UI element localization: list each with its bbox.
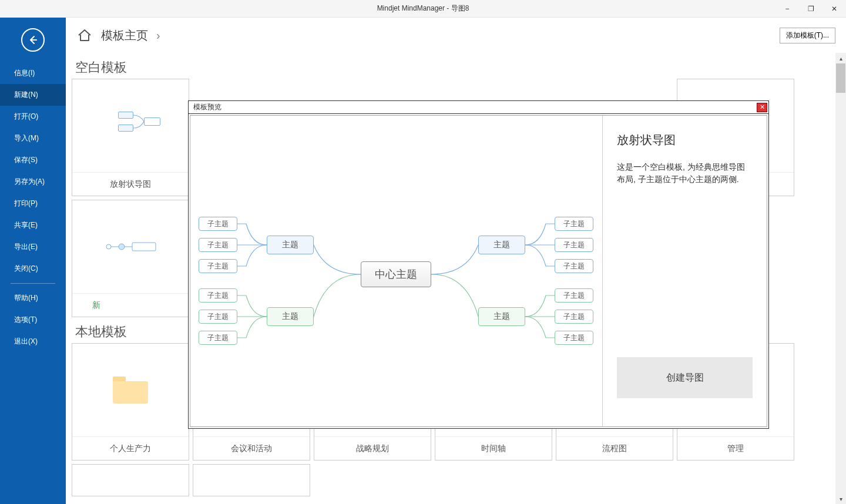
sidebar-item-info[interactable]: 信息(I) [0,62,66,84]
folder-card[interactable]: 个人生产力 [72,343,189,461]
folder-label: 流程图 [556,436,673,460]
sidebar-item-save[interactable]: 保存(S) [0,149,66,171]
preview-description: 这是一个空白模板, 为经典思维导图布局, 子主题位于中心主题的两侧. [617,161,753,186]
node-topic: 主题 [267,236,314,254]
folder-label: 会议和活动 [193,436,310,460]
sidebar-item-options[interactable]: 选项(T) [0,309,66,331]
node-subtopic: 子主题 [199,310,237,324]
sidebar-item-help[interactable]: 帮助(H) [0,287,66,309]
node-subtopic: 子主题 [555,331,593,345]
scroll-thumb[interactable] [836,63,845,93]
svg-point-10 [119,244,125,250]
preview-title: 放射状导图 [617,132,753,148]
section-title-blank: 空白模板 [75,59,833,76]
node-subtopic: 子主题 [199,217,237,231]
home-icon [76,28,93,42]
scrollbar[interactable]: ▴ ▾ [835,53,846,504]
folder-icon [113,377,148,404]
folder-label: 战略规划 [314,436,431,460]
chevron-right-icon: › [156,29,160,42]
sidebar-item-import[interactable]: 导入(M) [0,127,66,149]
node-topic: 主题 [267,307,314,326]
node-topic: 主题 [478,236,525,254]
dialog-title: 模板预览 [193,102,221,112]
content-header: 模板主页 › 添加模板(T)... [66,18,846,53]
scroll-up-icon[interactable]: ▴ [835,53,846,63]
maximize-button[interactable]: ❐ [799,0,822,18]
dialog-close-button[interactable]: ✕ [757,103,767,112]
minimize-button[interactable]: − [776,0,799,18]
sidebar-item-saveas[interactable]: 另存为(A) [0,171,66,193]
sidebar-separator [11,283,55,284]
arrow-left-icon [27,34,39,46]
add-template-button[interactable]: 添加模板(T)... [780,28,835,43]
template-preview-dialog: 模板预览 ✕ [188,100,769,429]
sidebar-item-print[interactable]: 打印(P) [0,193,66,214]
node-subtopic: 子主题 [199,288,237,303]
content: 模板主页 › 添加模板(T)... ▴ ▾ 空白模板 [66,18,846,504]
titlebar: Mindjet MindManager - 导图8 − ❐ ✕ [0,0,846,18]
sidebar-item-new[interactable]: 新建(N) [0,84,66,106]
node-center: 中心主题 [361,261,431,287]
sidebar-item-close[interactable]: 关闭(C) [0,258,66,280]
node-topic: 主题 [478,307,525,326]
breadcrumb-label: 模板主页 [101,28,148,43]
preview-canvas: 中心主题 主题 子主题 子主题 子主题 主题 子主题 子主题 子主题 主题 子主… [190,116,602,426]
folder-card[interactable] [193,464,310,496]
template-label: 新 [72,293,189,317]
template-card-radial[interactable]: 放射状导图 [72,79,189,196]
folder-card[interactable] [72,464,189,496]
folder-label: 个人生产力 [72,436,189,460]
create-map-button[interactable]: 创建导图 [617,357,753,398]
sidebar-item-share[interactable]: 共享(E) [0,214,66,236]
folder-label: 时间轴 [435,436,552,460]
window-title: Mindjet MindManager - 导图8 [377,4,469,14]
node-subtopic: 子主题 [199,331,237,345]
template-thumb [72,79,189,172]
sidebar-item-open[interactable]: 打开(O) [0,106,66,127]
close-button[interactable]: ✕ [822,0,846,18]
node-subtopic: 子主题 [199,238,237,252]
dialog-titlebar[interactable]: 模板预览 ✕ [189,101,768,114]
node-subtopic: 子主题 [199,259,237,273]
breadcrumb[interactable]: 模板主页 › [76,28,160,43]
svg-rect-11 [132,243,156,251]
window-controls: − ❐ ✕ [776,0,846,18]
template-label: 放射状导图 [72,172,189,196]
preview-side-panel: 放射状导图 这是一个空白模板, 为经典思维导图布局, 子主题位于中心主题的两侧.… [602,116,767,426]
svg-point-9 [106,244,111,249]
sidebar: 信息(I) 新建(N) 打开(O) 导入(M) 保存(S) 另存为(A) 打印(… [0,18,66,504]
scroll-down-icon[interactable]: ▾ [835,493,846,504]
template-card[interactable]: 新 [72,200,189,317]
node-subtopic: 子主题 [555,217,593,231]
node-subtopic: 子主题 [555,259,593,273]
node-subtopic: 子主题 [555,288,593,303]
folder-label: 管理 [677,436,794,460]
node-subtopic: 子主题 [555,238,593,252]
sidebar-item-export[interactable]: 导出(E) [0,236,66,258]
back-button[interactable] [21,28,45,52]
node-subtopic: 子主题 [555,310,593,324]
sidebar-item-exit[interactable]: 退出(X) [0,331,66,352]
template-thumb [72,200,189,293]
